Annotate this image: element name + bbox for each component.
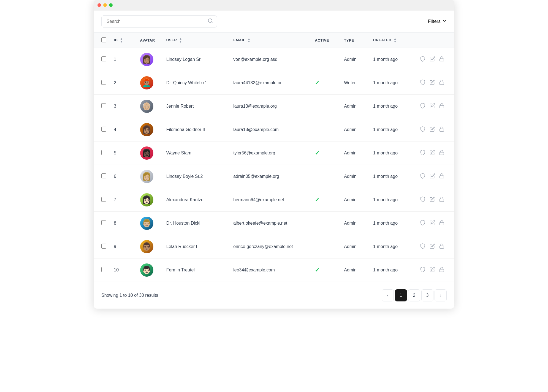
active-check-icon: ✓ bbox=[315, 149, 320, 156]
row-id: 10 bbox=[110, 258, 137, 282]
search-input[interactable] bbox=[101, 15, 217, 28]
row-checkbox-3[interactable] bbox=[101, 103, 106, 108]
minimize-dot[interactable] bbox=[103, 3, 107, 7]
svg-rect-4 bbox=[440, 105, 444, 108]
shield-icon[interactable] bbox=[420, 103, 426, 110]
lock-icon[interactable] bbox=[439, 267, 444, 274]
shield-icon[interactable] bbox=[420, 79, 426, 87]
row-checkbox-2[interactable] bbox=[101, 80, 106, 85]
edit-icon[interactable] bbox=[430, 243, 435, 250]
pagination-page-1[interactable]: 1 bbox=[395, 289, 407, 301]
header-id[interactable]: ID ▲▼ bbox=[110, 33, 137, 48]
row-created: 1 month ago bbox=[370, 165, 416, 188]
lock-icon[interactable] bbox=[439, 197, 444, 203]
row-checkbox-cell bbox=[94, 258, 110, 282]
row-created: 1 month ago bbox=[370, 118, 416, 141]
pagination-page-3[interactable]: 3 bbox=[421, 289, 433, 301]
row-checkbox-6[interactable] bbox=[101, 173, 106, 178]
row-email: laura13@example.com bbox=[230, 118, 311, 141]
lock-icon[interactable] bbox=[439, 80, 444, 86]
shield-icon[interactable] bbox=[420, 149, 426, 157]
shield-icon[interactable] bbox=[420, 243, 426, 251]
row-avatar-cell: 👩🏽 bbox=[137, 48, 163, 71]
showing-text: Showing 1 to 10 of 30 results bbox=[101, 293, 158, 298]
row-user: Lindsay Boyle Sr.2 bbox=[163, 165, 230, 188]
select-all-checkbox[interactable] bbox=[101, 37, 106, 42]
pagination: ‹ 1 2 3 › bbox=[382, 289, 447, 301]
lock-icon[interactable] bbox=[439, 173, 444, 180]
lock-icon[interactable] bbox=[439, 103, 444, 110]
row-id: 2 bbox=[110, 71, 137, 95]
row-checkbox-cell bbox=[94, 188, 110, 212]
header-email[interactable]: EMAIL ▲▼ bbox=[230, 33, 311, 48]
header-user[interactable]: USER ▲▼ bbox=[163, 33, 230, 48]
row-created: 1 month ago bbox=[370, 212, 416, 235]
row-type: Writer bbox=[341, 71, 370, 95]
table-row: 6 👩🏼 Lindsay Boyle Sr.2 adrain05@example… bbox=[94, 165, 454, 188]
row-active bbox=[311, 118, 341, 141]
row-email: laura44132@example.or bbox=[230, 71, 311, 95]
users-table: ID ▲▼ AVATAR USER ▲▼ EMAIL bbox=[94, 33, 454, 282]
row-actions bbox=[416, 95, 454, 118]
header-type: TYPE bbox=[341, 33, 370, 48]
edit-icon[interactable] bbox=[430, 197, 435, 203]
edit-icon[interactable] bbox=[430, 267, 435, 274]
row-actions bbox=[416, 258, 454, 282]
svg-rect-6 bbox=[440, 152, 444, 155]
edit-icon[interactable] bbox=[430, 220, 435, 227]
row-checkbox-8[interactable] bbox=[101, 220, 106, 225]
edit-icon[interactable] bbox=[430, 56, 435, 63]
edit-icon[interactable] bbox=[430, 126, 435, 133]
shield-icon[interactable] bbox=[420, 56, 426, 63]
row-id: 6 bbox=[110, 165, 137, 188]
row-user: Lindsey Logan Sr. bbox=[163, 48, 230, 71]
pagination-next[interactable]: › bbox=[435, 289, 447, 301]
maximize-dot[interactable] bbox=[109, 3, 113, 7]
row-active: ✓ bbox=[311, 141, 341, 165]
row-checkbox-9[interactable] bbox=[101, 244, 106, 249]
email-sort-arrows: ▲▼ bbox=[248, 37, 251, 43]
row-checkbox-1[interactable] bbox=[101, 56, 106, 61]
row-checkbox-cell bbox=[94, 235, 110, 258]
row-checkbox-10[interactable] bbox=[101, 267, 106, 272]
lock-icon[interactable] bbox=[439, 56, 444, 63]
row-checkbox-4[interactable] bbox=[101, 127, 106, 132]
row-type: Admin bbox=[341, 212, 370, 235]
svg-rect-8 bbox=[440, 199, 444, 202]
row-created: 1 month ago bbox=[370, 188, 416, 212]
lock-icon[interactable] bbox=[439, 220, 444, 227]
row-avatar-cell: 👨🏼 bbox=[137, 212, 163, 235]
table-row: 7 👩🏻 Alexandrea Kautzer hermann64@exampl… bbox=[94, 188, 454, 212]
table-row: 5 👩🏿 Wayne Stam tyler56@example.org ✓ Ad… bbox=[94, 141, 454, 165]
edit-icon[interactable] bbox=[430, 80, 435, 86]
row-type: Admin bbox=[341, 258, 370, 282]
lock-icon[interactable] bbox=[439, 126, 444, 133]
row-checkbox-cell bbox=[94, 165, 110, 188]
edit-icon[interactable] bbox=[430, 150, 435, 157]
shield-icon[interactable] bbox=[420, 126, 426, 134]
shield-icon[interactable] bbox=[420, 196, 426, 204]
row-actions bbox=[416, 141, 454, 165]
header-active: ACTIVE bbox=[311, 33, 341, 48]
avatar: 👩🏼 bbox=[140, 170, 153, 183]
pagination-prev[interactable]: ‹ bbox=[382, 289, 394, 301]
avatar: 👨🏽 bbox=[140, 240, 153, 253]
shield-icon[interactable] bbox=[420, 173, 426, 180]
filters-button[interactable]: Filters bbox=[428, 19, 447, 24]
row-checkbox-7[interactable] bbox=[101, 197, 106, 202]
shield-icon[interactable] bbox=[420, 266, 426, 274]
row-active: ✓ bbox=[311, 258, 341, 282]
svg-rect-3 bbox=[440, 82, 444, 85]
lock-icon[interactable] bbox=[439, 150, 444, 157]
edit-icon[interactable] bbox=[430, 103, 435, 110]
pagination-page-2[interactable]: 2 bbox=[408, 289, 420, 301]
header-created[interactable]: CREATED ▲▼ bbox=[370, 33, 416, 48]
shield-icon[interactable] bbox=[420, 220, 426, 227]
row-checkbox-5[interactable] bbox=[101, 150, 106, 155]
user-sort-arrows: ▲▼ bbox=[179, 37, 182, 43]
edit-icon[interactable] bbox=[430, 173, 435, 180]
lock-icon[interactable] bbox=[439, 243, 444, 250]
row-user: Dr. Quincy Whitelxx1 bbox=[163, 71, 230, 95]
row-created: 1 month ago bbox=[370, 48, 416, 71]
close-dot[interactable] bbox=[97, 3, 101, 7]
